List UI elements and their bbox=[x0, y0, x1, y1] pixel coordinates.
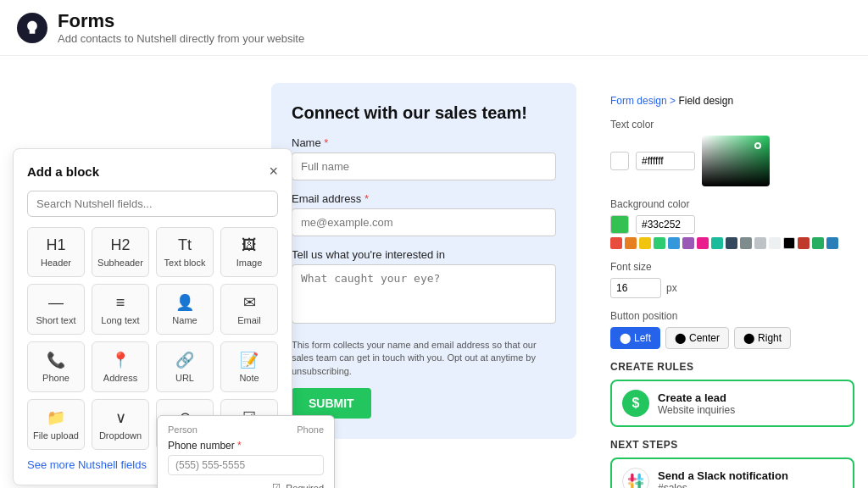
create-lead-text: Create a lead Website inquiries bbox=[658, 391, 735, 416]
phone-input-mock[interactable]: (555) 555-5555 bbox=[168, 455, 324, 475]
swatch-dark[interactable] bbox=[726, 237, 737, 249]
panel-title: Add a block bbox=[27, 164, 99, 179]
close-panel-button[interactable]: × bbox=[269, 163, 278, 180]
swatch-pink[interactable] bbox=[697, 237, 709, 249]
app-logo bbox=[17, 13, 47, 43]
submit-button[interactable]: SUBMIT bbox=[292, 388, 371, 419]
swatch-red[interactable] bbox=[610, 237, 622, 249]
form-title: Connect with our sales team! bbox=[292, 103, 556, 123]
font-size-unit: px bbox=[666, 282, 677, 294]
button-position-row: ⬤ Left ⬤ Center ⬤ Right bbox=[610, 327, 854, 349]
slack-notification-subtitle: #sales bbox=[658, 482, 788, 489]
font-size-input[interactable] bbox=[610, 278, 661, 298]
block-short-text[interactable]: —Short text bbox=[27, 284, 85, 335]
swatch-gray[interactable] bbox=[740, 237, 752, 249]
button-position-section: Button position ⬤ Left ⬤ Center ⬤ Right bbox=[610, 310, 854, 349]
form-preview: Connect with our sales team! Name * Emai… bbox=[271, 83, 576, 439]
color-swatches bbox=[610, 237, 854, 249]
svg-rect-7 bbox=[637, 478, 643, 480]
position-left-button[interactable]: ⬤ Left bbox=[610, 327, 660, 349]
form-label-interest: Tell us what you're interested in bbox=[292, 248, 556, 261]
block-address[interactable]: 📍Address bbox=[92, 341, 149, 392]
form-footer-text: This form collects your name and email a… bbox=[292, 339, 556, 378]
block-dropdown[interactable]: ∨Dropdown bbox=[92, 399, 149, 450]
block-h2[interactable]: H2Subheader bbox=[92, 227, 149, 277]
block-file-upload[interactable]: 📁File upload bbox=[27, 399, 85, 450]
bg-color-section: Background color bbox=[610, 198, 854, 249]
breadcrumb-form[interactable]: Form design bbox=[610, 95, 667, 107]
align-right-icon: ⬤ bbox=[743, 332, 754, 344]
swatch-green[interactable] bbox=[654, 237, 665, 249]
swatch-blue[interactable] bbox=[668, 237, 680, 249]
slack-notification-text: Send a Slack notification #sales bbox=[658, 469, 788, 489]
align-center-icon: ⬤ bbox=[675, 332, 686, 344]
page-subtitle: Add contacts to Nutshell directly from y… bbox=[58, 32, 304, 45]
swatch-light-gray[interactable] bbox=[754, 237, 766, 249]
position-center-button[interactable]: ⬤ Center bbox=[665, 327, 729, 349]
swatch-orange[interactable] bbox=[625, 237, 637, 249]
swatch-dark-green[interactable] bbox=[812, 237, 824, 249]
slack-notification-rule[interactable]: Send a Slack notification #sales bbox=[610, 458, 854, 488]
search-input[interactable] bbox=[27, 191, 278, 217]
form-field-interest: Tell us what you're interested in bbox=[292, 248, 556, 327]
next-steps-title: NEXT STEPS bbox=[610, 439, 854, 451]
bg-color-label: Background color bbox=[610, 198, 854, 210]
person-label: Person bbox=[168, 424, 198, 435]
color-picker-green[interactable] bbox=[702, 136, 770, 186]
swatch-dark-blue[interactable] bbox=[826, 237, 838, 249]
block-h1[interactable]: H1Header bbox=[27, 227, 85, 277]
form-input-name[interactable] bbox=[292, 152, 556, 180]
block-image[interactable]: 🖼Image bbox=[220, 227, 278, 277]
panel-header: Add a block × bbox=[27, 163, 278, 180]
phone-type-label: Phone bbox=[297, 424, 324, 435]
font-size-row: px bbox=[610, 278, 854, 298]
block-text[interactable]: TtText block bbox=[156, 227, 214, 277]
form-textarea-interest[interactable] bbox=[292, 264, 556, 324]
header-text: Forms Add contacts to Nutshell directly … bbox=[58, 10, 304, 45]
block-note[interactable]: 📝Note bbox=[220, 341, 278, 392]
phone-popup-header: Person Phone bbox=[168, 424, 324, 435]
page-title: Forms bbox=[58, 10, 304, 32]
block-name[interactable]: 👤Name bbox=[156, 284, 214, 335]
bg-color-input[interactable] bbox=[636, 215, 695, 234]
button-position-label: Button position bbox=[610, 310, 854, 322]
create-lead-icon: $ bbox=[622, 390, 649, 417]
swatch-white-gray[interactable] bbox=[769, 237, 781, 249]
breadcrumb: Form design > Field design bbox=[610, 95, 854, 107]
swatch-dark-red[interactable] bbox=[798, 237, 810, 249]
create-lead-subtitle: Website inquiries bbox=[658, 404, 735, 416]
form-label-name: Name * bbox=[292, 136, 556, 149]
required-checkbox-icon: ☑ bbox=[272, 482, 281, 488]
block-email[interactable]: ✉Email bbox=[220, 284, 278, 335]
phone-popup-footer: ☑ Required bbox=[168, 482, 324, 488]
swatch-yellow[interactable] bbox=[639, 237, 651, 249]
phone-field-label: Phone number * bbox=[168, 440, 324, 452]
svg-rect-3 bbox=[635, 482, 643, 485]
form-label-email: Email address * bbox=[292, 192, 556, 205]
svg-rect-5 bbox=[628, 482, 634, 485]
text-color-swatch[interactable] bbox=[610, 152, 629, 170]
slack-notification-title: Send a Slack notification bbox=[658, 469, 788, 482]
swatch-purple[interactable] bbox=[682, 237, 694, 249]
position-right-button[interactable]: ⬤ Right bbox=[734, 327, 791, 349]
font-size-label: Font size bbox=[610, 261, 854, 273]
required-label: Required bbox=[286, 483, 324, 489]
create-lead-rule[interactable]: $ Create a lead Website inquiries bbox=[610, 380, 854, 427]
text-color-input[interactable] bbox=[636, 152, 695, 170]
form-field-name: Name * bbox=[292, 136, 556, 180]
align-left-icon: ⬤ bbox=[620, 332, 631, 344]
right-panel: Form design > Field design Text color Ba… bbox=[597, 83, 868, 488]
bg-color-row bbox=[610, 215, 854, 234]
swatch-black[interactable] bbox=[783, 237, 795, 249]
text-color-label: Text color bbox=[610, 119, 854, 130]
block-url[interactable]: 🔗URL bbox=[156, 341, 214, 392]
form-field-email: Email address * bbox=[292, 192, 556, 236]
create-lead-title: Create a lead bbox=[658, 391, 735, 404]
block-long-text[interactable]: ≡Long text bbox=[92, 284, 149, 335]
app-header: Forms Add contacts to Nutshell directly … bbox=[0, 0, 868, 56]
block-phone[interactable]: 📞Phone bbox=[27, 341, 85, 392]
bg-color-swatch[interactable] bbox=[610, 215, 629, 234]
text-color-row bbox=[610, 136, 854, 186]
swatch-teal[interactable] bbox=[711, 237, 723, 249]
form-input-email[interactable] bbox=[292, 208, 556, 236]
